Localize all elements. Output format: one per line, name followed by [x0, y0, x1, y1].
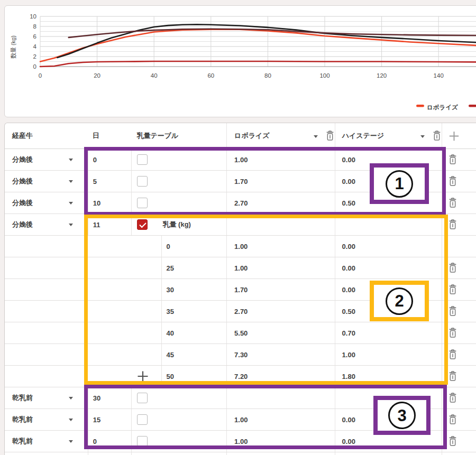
day-cell[interactable]: 5 [88, 171, 132, 192]
trash-icon [448, 371, 457, 382]
day-cell[interactable]: 10 [88, 192, 132, 213]
delete-row-button[interactable] [448, 263, 457, 273]
trash-icon [448, 176, 457, 187]
table-row: 405.500.70 [5, 322, 476, 344]
chevron-down-icon[interactable] [420, 135, 425, 138]
series1-value-cell[interactable]: 1.70 [226, 171, 335, 192]
delete-row-button[interactable] [448, 219, 457, 230]
svg-text:8: 8 [33, 23, 36, 30]
trash-icon [448, 284, 457, 295]
row-actions-cell [442, 192, 476, 213]
milk-table-checkbox[interactable] [137, 198, 148, 208]
cow-type-select[interactable]: 分娩後 [5, 171, 88, 192]
series2-value-cell[interactable]: 0.00 [335, 257, 442, 278]
delete-row-button[interactable] [448, 349, 457, 360]
add-sub-row-button[interactable] [136, 370, 149, 383]
add-sub-row-icon [136, 370, 149, 383]
delete-series2-button[interactable] [432, 131, 442, 141]
table-row: 分娩後11乳量 (kg) [5, 214, 476, 236]
series1-value-cell[interactable]: 1.00 [226, 257, 335, 278]
add-column-cell [442, 123, 476, 148]
delete-row-button[interactable] [448, 328, 457, 338]
delete-row-button[interactable] [448, 393, 457, 403]
milk-table-checkbox[interactable] [137, 393, 148, 403]
series2-value-cell[interactable]: 1.00 [335, 344, 442, 365]
series2-value-cell[interactable]: 0.00 [335, 236, 442, 257]
sub-day-cell[interactable]: 0 [161, 236, 226, 257]
chevron-down-icon [69, 180, 73, 183]
svg-text:2: 2 [33, 53, 36, 60]
milk-volume-chart: 0246810020406080100120140数量 (kg)ロボライズハイス… [5, 6, 476, 117]
sub-day-cell[interactable]: 40 [161, 322, 226, 343]
row-actions-cell [442, 409, 476, 430]
row-actions-cell [442, 387, 476, 408]
series1-value-cell[interactable]: 7.30 [226, 344, 335, 365]
cow-type-select[interactable]: 乾乳前 [5, 387, 88, 408]
cow-type-select[interactable]: 分娩後 [5, 149, 88, 170]
cow-type-cell [5, 366, 88, 387]
series1-value-cell[interactable] [226, 214, 335, 235]
series1-value-cell[interactable]: 1.00 [226, 431, 335, 452]
cow-type-select[interactable]: 分娩後 [5, 214, 88, 235]
day-cell[interactable]: 11 [88, 214, 132, 235]
milk-table-cell: 35 [131, 301, 226, 322]
series1-value-cell[interactable]: 2.70 [226, 192, 335, 213]
delete-row-button[interactable] [448, 176, 457, 187]
chevron-down-icon[interactable] [314, 135, 318, 138]
series2-value-cell[interactable]: 0.70 [335, 322, 442, 343]
legend-marker [469, 105, 476, 107]
chevron-down-icon [69, 159, 73, 161]
series1-value-cell[interactable] [226, 387, 335, 408]
series1-value-cell[interactable]: 1.70 [226, 279, 335, 300]
milk-table-checkbox[interactable] [137, 219, 148, 230]
trash-icon [448, 349, 457, 360]
series1-value-cell[interactable]: 2.70 [226, 301, 335, 322]
trash-icon [325, 131, 335, 141]
sub-day-cell[interactable]: 45 [161, 344, 226, 365]
milk-table-checkbox[interactable] [137, 414, 148, 425]
sub-day-cell[interactable]: 50 [161, 366, 226, 387]
day-cell[interactable]: 0 [88, 431, 132, 452]
day-cell [88, 301, 132, 322]
milk-table-checkbox[interactable] [137, 436, 148, 447]
delete-row-button[interactable] [448, 436, 457, 447]
milk-table-cell [131, 149, 226, 170]
add-column-button[interactable] [448, 130, 460, 142]
series1-select-label[interactable]: ロボライズ [234, 131, 270, 141]
series2-value-cell[interactable]: 1.80 [335, 366, 442, 387]
cow-type-select[interactable]: 乾乳前 [5, 431, 88, 452]
delete-row-button[interactable] [448, 414, 457, 425]
svg-text:10: 10 [30, 13, 36, 20]
sub-day-cell[interactable]: 25 [161, 257, 226, 278]
delete-row-button[interactable] [448, 306, 457, 317]
day-cell[interactable]: 0 [88, 149, 132, 170]
series1-value-cell [226, 452, 335, 455]
cow-type-select[interactable]: 分娩後 [5, 192, 88, 213]
series2-select-label[interactable]: ハイステージ [342, 131, 385, 141]
delete-row-button[interactable] [448, 154, 457, 165]
delete-row-button[interactable] [448, 371, 457, 382]
series2-value-cell[interactable] [335, 214, 442, 235]
series1-value-cell[interactable]: 1.00 [226, 236, 335, 257]
delete-row-button[interactable] [448, 284, 457, 295]
day-cell[interactable]: 15 [88, 409, 132, 430]
milk-table-cell: 25 [131, 257, 226, 278]
table-header-row: 経産牛 日 乳量テーブル ロボライズ ハイステージ [5, 123, 476, 149]
milk-table-checkbox[interactable] [137, 176, 148, 187]
milk-table-checkbox[interactable] [137, 154, 148, 165]
series1-value-cell[interactable]: 7.20 [226, 366, 335, 387]
cow-type-select[interactable]: 乾乳前 [5, 409, 88, 430]
series1-value-cell[interactable]: 5.50 [226, 322, 335, 343]
sub-day-cell[interactable]: 35 [161, 301, 226, 322]
table-row: 251.000.00 [5, 257, 476, 279]
series1-value-cell[interactable]: 1.00 [226, 409, 335, 430]
badge-2-number: 2 [386, 287, 413, 315]
delete-row-button[interactable] [448, 198, 457, 208]
day-cell[interactable]: 30 [88, 387, 132, 408]
trash-icon [448, 393, 457, 403]
delete-series1-button[interactable] [325, 131, 335, 141]
plus-icon [448, 130, 460, 142]
sub-day-cell[interactable]: 30 [161, 279, 226, 300]
table-row: 457.301.00 [5, 344, 476, 366]
series1-value-cell[interactable]: 1.00 [226, 149, 335, 170]
